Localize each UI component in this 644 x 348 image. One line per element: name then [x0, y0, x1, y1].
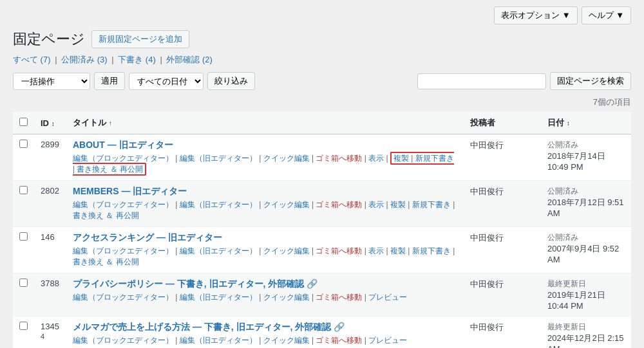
row-check	[13, 227, 34, 273]
title-sort-link[interactable]: タイトル ↑	[73, 118, 112, 127]
row-check	[13, 316, 34, 349]
filter-all[interactable]: すべて (7)	[13, 55, 51, 64]
row-title-link[interactable]: ABOUT — 旧エディター	[73, 140, 173, 150]
row-check	[13, 181, 34, 227]
row-title-link[interactable]: アクセスランキング — 旧エディター	[73, 232, 222, 243]
trash-link[interactable]: ゴミ箱へ移動	[316, 336, 362, 345]
edit-block-link[interactable]: 編集（ブロックエディター）	[73, 200, 173, 209]
preview-link[interactable]: プレビュー	[368, 336, 407, 345]
row-id: 146	[34, 227, 66, 273]
help-button[interactable]: ヘルプ ▼	[582, 6, 631, 24]
quick-edit-link[interactable]: クイック編集	[263, 246, 310, 255]
trash-link[interactable]: ゴミ箱へ移動	[316, 200, 362, 209]
row-check	[13, 273, 34, 316]
row-author: 中田俊行	[464, 316, 541, 349]
row-title-link[interactable]: プライバシーポリシー — 下書き, 旧エディター, 外部確認	[73, 279, 304, 289]
row-id: 13454	[34, 316, 66, 349]
duplicate-link[interactable]: 複製	[390, 246, 406, 255]
row-checkbox[interactable]	[19, 186, 28, 194]
trash-link[interactable]: ゴミ箱へ移動	[316, 154, 362, 163]
duplicate-link[interactable]: 複製	[393, 154, 409, 163]
external-link-icon[interactable]: 🔗	[334, 322, 345, 332]
edit-block-link[interactable]: 編集（ブロックエディター）	[73, 336, 173, 345]
filter-published[interactable]: 公開済み (3)	[61, 55, 108, 64]
row-title-cell: プライバシーポリシー — 下書き, 旧エディター, 外部確認 🔗 編集（ブロック…	[66, 273, 464, 316]
new-draft-link[interactable]: 新規下書き	[412, 200, 451, 209]
display-options-button[interactable]: 表示オプション ▼	[494, 6, 577, 24]
header-date: 日付 ↕	[541, 112, 631, 134]
row-author: 中田俊行	[464, 273, 541, 316]
view-link[interactable]: 表示	[368, 200, 384, 209]
quick-edit-link[interactable]: クイック編集	[263, 293, 310, 302]
edit-old-link[interactable]: 編集（旧エディター）	[180, 246, 257, 255]
external-link-icon[interactable]: 🔗	[307, 279, 317, 289]
edit-old-link[interactable]: 編集（旧エディター）	[180, 200, 257, 209]
edit-block-link[interactable]: 編集（ブロックエディター）	[73, 246, 173, 255]
header-check	[13, 112, 34, 134]
row-author: 中田俊行	[464, 181, 541, 227]
trash-link[interactable]: ゴミ箱へ移動	[316, 293, 362, 302]
view-link[interactable]: 表示	[368, 246, 384, 255]
trash-link[interactable]: ゴミ箱へ移動	[316, 246, 362, 255]
bulk-action-select[interactable]: 一括操作	[13, 73, 90, 90]
row-checkbox[interactable]	[19, 279, 28, 287]
row-title-cell: アクセスランキング — 旧エディター 編集（ブロックエディター） | 編集（旧エ…	[66, 227, 464, 273]
row-id: 3788	[34, 273, 66, 316]
row-date: 公開済み 2007年9月4日 9:52 AM	[541, 227, 631, 273]
row-title-cell: MEMBERS — 旧エディター 編集（ブロックエディター） | 編集（旧エディ…	[66, 181, 464, 227]
row-date: 公開済み 2018年7月14日 10:49 PM	[541, 134, 631, 181]
row-checkbox[interactable]	[19, 140, 28, 148]
quick-edit-link[interactable]: クイック編集	[263, 336, 310, 345]
edit-block-link[interactable]: 編集（ブロックエディター）	[73, 293, 173, 302]
filter-draft[interactable]: 下書き (4)	[118, 55, 156, 64]
date-filter-select[interactable]: すべての日付	[129, 73, 204, 90]
rewrite-republish-link[interactable]: 書き換え ＆ 再公開	[77, 165, 143, 174]
table-row: 2802 MEMBERS — 旧エディター 編集（ブロックエディター） | 編集…	[13, 181, 631, 227]
header-title: タイトル ↑	[66, 112, 464, 134]
new-draft-link[interactable]: 新規下書き	[415, 154, 454, 163]
pages-table: ID ↕ タイトル ↑ 投稿者 日付 ↕ 2899 ABOUT — 旧エディター	[13, 112, 631, 348]
filter-button[interactable]: 絞り込み	[207, 72, 255, 90]
add-new-button[interactable]: 新規固定ページを追加	[91, 30, 189, 48]
row-title-link[interactable]: MEMBERS — 旧エディター	[73, 186, 187, 196]
row-actions: 編集（ブロックエディター） | 編集（旧エディター） | クイック編集 | ゴミ…	[73, 153, 457, 175]
row-date: 公開済み 2018年7月12日 9:51 AM	[541, 181, 631, 227]
row-title-link[interactable]: メルマガで売上を上げる方法 — 下書き, 旧エディター, 外部確認	[73, 322, 331, 332]
header-author: 投稿者	[464, 112, 541, 134]
item-count-top: 7個の項目	[13, 96, 631, 108]
duplicate-link[interactable]: 複製	[390, 200, 406, 209]
row-title-cell: メルマガで売上を上げる方法 — 下書き, 旧エディター, 外部確認 🔗 編集（ブ…	[66, 316, 464, 349]
quick-edit-link[interactable]: クイック編集	[263, 200, 310, 209]
row-actions: 編集（ブロックエディター） | 編集（旧エディター） | クイック編集 | ゴミ…	[73, 335, 457, 346]
new-draft-link[interactable]: 新規下書き	[412, 246, 451, 255]
row-actions: 編集（ブロックエディター） | 編集（旧エディター） | クイック編集 | ゴミ…	[73, 199, 457, 221]
filter-left: 一括操作 適用 すべての日付 絞り込み	[13, 72, 255, 90]
edit-old-link[interactable]: 編集（旧エディター）	[180, 336, 257, 345]
date-sort-link[interactable]: 日付 ↕	[547, 118, 570, 127]
row-date: 最終更新日 2019年1月21日 10:44 PM	[541, 273, 631, 316]
filter-bar: 一括操作 適用 すべての日付 絞り込み 固定ページを検索	[13, 72, 631, 90]
search-input[interactable]	[417, 73, 546, 89]
view-link[interactable]: 表示	[368, 154, 384, 163]
bulk-apply-button[interactable]: 適用	[94, 72, 125, 90]
filter-external[interactable]: 外部確認 (2)	[166, 55, 213, 64]
row-author: 中田俊行	[464, 227, 541, 273]
row-actions: 編集（ブロックエディター） | 編集（旧エディター） | クイック編集 | ゴミ…	[73, 292, 457, 303]
rewrite-republish-link[interactable]: 書き換え ＆ 再公開	[73, 211, 139, 220]
edit-block-link[interactable]: 編集（ブロックエディター）	[73, 154, 173, 163]
quick-edit-link[interactable]: クイック編集	[263, 154, 310, 163]
row-checkbox[interactable]	[19, 232, 28, 241]
rewrite-republish-link[interactable]: 書き換え ＆ 再公開	[73, 257, 139, 266]
id-sort-link[interactable]: ID ↕	[41, 118, 55, 128]
preview-link[interactable]: プレビュー	[368, 293, 407, 302]
display-options-label: 表示オプション ▼	[501, 10, 570, 21]
row-actions: 編集（ブロックエディター） | 編集（旧エディター） | クイック編集 | ゴミ…	[73, 246, 457, 268]
row-author: 中田俊行	[464, 134, 541, 181]
edit-old-link[interactable]: 編集（旧エディター）	[180, 154, 257, 163]
row-checkbox[interactable]	[19, 322, 28, 330]
select-all-checkbox[interactable]	[19, 118, 28, 126]
search-button[interactable]: 固定ページを検索	[550, 72, 631, 90]
edit-old-link[interactable]: 編集（旧エディター）	[180, 293, 257, 302]
row-check	[13, 134, 34, 181]
table-row: 3788 プライバシーポリシー — 下書き, 旧エディター, 外部確認 🔗 編集…	[13, 273, 631, 316]
